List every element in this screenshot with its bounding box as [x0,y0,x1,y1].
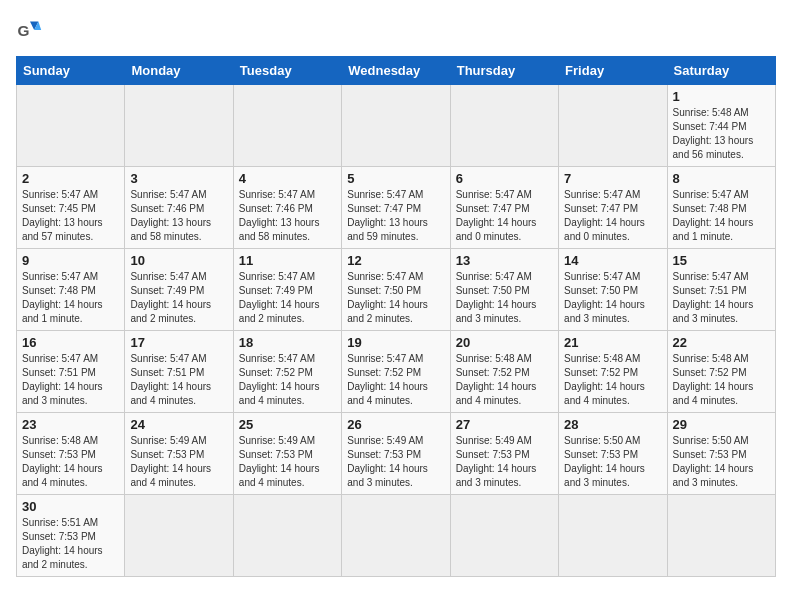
day-cell-16: 16Sunrise: 5:47 AM Sunset: 7:51 PM Dayli… [17,331,125,413]
day-number-7: 7 [564,171,661,186]
day-number-3: 3 [130,171,227,186]
day-cell-27: 27Sunrise: 5:49 AM Sunset: 7:53 PM Dayli… [450,413,558,495]
logo: G [16,16,48,44]
day-number-22: 22 [673,335,770,350]
day-cell-11: 11Sunrise: 5:47 AM Sunset: 7:49 PM Dayli… [233,249,341,331]
day-number-27: 27 [456,417,553,432]
day-number-8: 8 [673,171,770,186]
day-cell-30: 30Sunrise: 5:51 AM Sunset: 7:53 PM Dayli… [17,495,125,577]
empty-cell [233,495,341,577]
day-cell-1: 1Sunrise: 5:48 AM Sunset: 7:44 PM Daylig… [667,85,775,167]
day-info-19: Sunrise: 5:47 AM Sunset: 7:52 PM Dayligh… [347,352,444,408]
weekday-monday: Monday [125,57,233,85]
empty-cell [125,495,233,577]
day-cell-3: 3Sunrise: 5:47 AM Sunset: 7:46 PM Daylig… [125,167,233,249]
day-number-4: 4 [239,171,336,186]
day-number-30: 30 [22,499,119,514]
day-cell-13: 13Sunrise: 5:47 AM Sunset: 7:50 PM Dayli… [450,249,558,331]
day-number-1: 1 [673,89,770,104]
empty-cell [450,495,558,577]
day-info-12: Sunrise: 5:47 AM Sunset: 7:50 PM Dayligh… [347,270,444,326]
day-info-14: Sunrise: 5:47 AM Sunset: 7:50 PM Dayligh… [564,270,661,326]
day-cell-26: 26Sunrise: 5:49 AM Sunset: 7:53 PM Dayli… [342,413,450,495]
day-cell-24: 24Sunrise: 5:49 AM Sunset: 7:53 PM Dayli… [125,413,233,495]
day-number-17: 17 [130,335,227,350]
week-row-2: 2Sunrise: 5:47 AM Sunset: 7:45 PM Daylig… [17,167,776,249]
day-cell-28: 28Sunrise: 5:50 AM Sunset: 7:53 PM Dayli… [559,413,667,495]
day-info-6: Sunrise: 5:47 AM Sunset: 7:47 PM Dayligh… [456,188,553,244]
day-number-20: 20 [456,335,553,350]
logo-icon: G [16,16,44,44]
day-info-15: Sunrise: 5:47 AM Sunset: 7:51 PM Dayligh… [673,270,770,326]
day-cell-8: 8Sunrise: 5:47 AM Sunset: 7:48 PM Daylig… [667,167,775,249]
day-info-25: Sunrise: 5:49 AM Sunset: 7:53 PM Dayligh… [239,434,336,490]
day-info-4: Sunrise: 5:47 AM Sunset: 7:46 PM Dayligh… [239,188,336,244]
day-number-18: 18 [239,335,336,350]
weekday-thursday: Thursday [450,57,558,85]
day-info-28: Sunrise: 5:50 AM Sunset: 7:53 PM Dayligh… [564,434,661,490]
day-info-7: Sunrise: 5:47 AM Sunset: 7:47 PM Dayligh… [564,188,661,244]
day-number-5: 5 [347,171,444,186]
day-cell-22: 22Sunrise: 5:48 AM Sunset: 7:52 PM Dayli… [667,331,775,413]
day-info-20: Sunrise: 5:48 AM Sunset: 7:52 PM Dayligh… [456,352,553,408]
day-info-9: Sunrise: 5:47 AM Sunset: 7:48 PM Dayligh… [22,270,119,326]
day-number-29: 29 [673,417,770,432]
day-cell-19: 19Sunrise: 5:47 AM Sunset: 7:52 PM Dayli… [342,331,450,413]
weekday-sunday: Sunday [17,57,125,85]
day-info-2: Sunrise: 5:47 AM Sunset: 7:45 PM Dayligh… [22,188,119,244]
day-number-24: 24 [130,417,227,432]
empty-cell [559,85,667,167]
calendar-table: SundayMondayTuesdayWednesdayThursdayFrid… [16,56,776,577]
svg-text:G: G [17,22,29,39]
calendar-body: 1Sunrise: 5:48 AM Sunset: 7:44 PM Daylig… [17,85,776,577]
day-cell-25: 25Sunrise: 5:49 AM Sunset: 7:53 PM Dayli… [233,413,341,495]
day-number-12: 12 [347,253,444,268]
day-number-28: 28 [564,417,661,432]
empty-cell [233,85,341,167]
day-number-14: 14 [564,253,661,268]
day-cell-21: 21Sunrise: 5:48 AM Sunset: 7:52 PM Dayli… [559,331,667,413]
day-info-26: Sunrise: 5:49 AM Sunset: 7:53 PM Dayligh… [347,434,444,490]
day-number-26: 26 [347,417,444,432]
day-number-21: 21 [564,335,661,350]
day-info-16: Sunrise: 5:47 AM Sunset: 7:51 PM Dayligh… [22,352,119,408]
day-number-11: 11 [239,253,336,268]
empty-cell [450,85,558,167]
day-info-23: Sunrise: 5:48 AM Sunset: 7:53 PM Dayligh… [22,434,119,490]
empty-cell [17,85,125,167]
empty-cell [667,495,775,577]
day-number-16: 16 [22,335,119,350]
weekday-tuesday: Tuesday [233,57,341,85]
day-number-6: 6 [456,171,553,186]
day-cell-5: 5Sunrise: 5:47 AM Sunset: 7:47 PM Daylig… [342,167,450,249]
day-number-23: 23 [22,417,119,432]
weekday-friday: Friday [559,57,667,85]
week-row-4: 16Sunrise: 5:47 AM Sunset: 7:51 PM Dayli… [17,331,776,413]
day-info-10: Sunrise: 5:47 AM Sunset: 7:49 PM Dayligh… [130,270,227,326]
day-info-8: Sunrise: 5:47 AM Sunset: 7:48 PM Dayligh… [673,188,770,244]
day-number-19: 19 [347,335,444,350]
day-number-9: 9 [22,253,119,268]
day-info-3: Sunrise: 5:47 AM Sunset: 7:46 PM Dayligh… [130,188,227,244]
day-info-5: Sunrise: 5:47 AM Sunset: 7:47 PM Dayligh… [347,188,444,244]
day-number-25: 25 [239,417,336,432]
day-cell-10: 10Sunrise: 5:47 AM Sunset: 7:49 PM Dayli… [125,249,233,331]
day-info-11: Sunrise: 5:47 AM Sunset: 7:49 PM Dayligh… [239,270,336,326]
day-number-10: 10 [130,253,227,268]
week-row-6: 30Sunrise: 5:51 AM Sunset: 7:53 PM Dayli… [17,495,776,577]
weekday-header-row: SundayMondayTuesdayWednesdayThursdayFrid… [17,57,776,85]
day-info-18: Sunrise: 5:47 AM Sunset: 7:52 PM Dayligh… [239,352,336,408]
day-info-17: Sunrise: 5:47 AM Sunset: 7:51 PM Dayligh… [130,352,227,408]
day-info-22: Sunrise: 5:48 AM Sunset: 7:52 PM Dayligh… [673,352,770,408]
empty-cell [342,495,450,577]
empty-cell [125,85,233,167]
weekday-wednesday: Wednesday [342,57,450,85]
day-cell-7: 7Sunrise: 5:47 AM Sunset: 7:47 PM Daylig… [559,167,667,249]
day-cell-4: 4Sunrise: 5:47 AM Sunset: 7:46 PM Daylig… [233,167,341,249]
weekday-saturday: Saturday [667,57,775,85]
day-cell-17: 17Sunrise: 5:47 AM Sunset: 7:51 PM Dayli… [125,331,233,413]
day-cell-9: 9Sunrise: 5:47 AM Sunset: 7:48 PM Daylig… [17,249,125,331]
empty-cell [559,495,667,577]
week-row-3: 9Sunrise: 5:47 AM Sunset: 7:48 PM Daylig… [17,249,776,331]
day-cell-6: 6Sunrise: 5:47 AM Sunset: 7:47 PM Daylig… [450,167,558,249]
